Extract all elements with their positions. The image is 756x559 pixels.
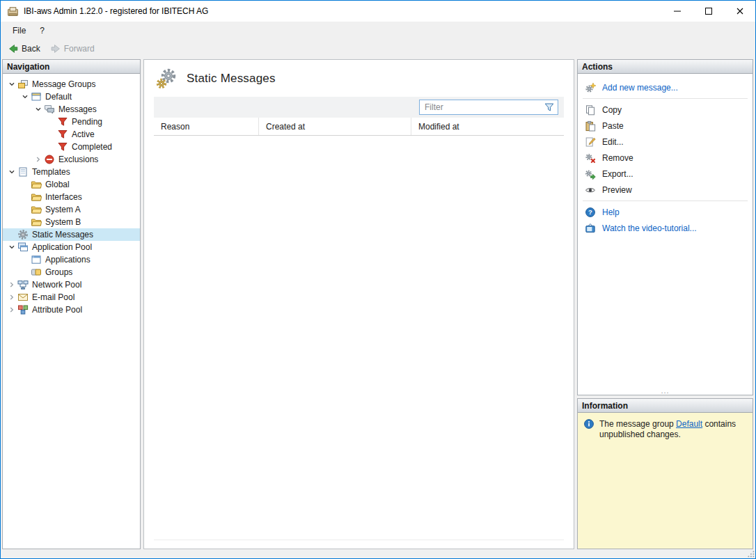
- chevron-down-icon[interactable]: [20, 92, 31, 102]
- static-messages-icon: [17, 229, 29, 240]
- status-bar: [1, 550, 755, 558]
- tree-item-exclusions[interactable]: Exclusions: [3, 153, 140, 166]
- separator: [583, 200, 748, 201]
- tree-item-default[interactable]: Default: [3, 90, 140, 103]
- resize-grip[interactable]: [746, 549, 755, 558]
- chevron-right-icon[interactable]: [33, 155, 44, 164]
- export-icon: [585, 168, 596, 180]
- action-label: Edit...: [602, 137, 624, 147]
- chevron-down-icon[interactable]: [33, 104, 44, 114]
- filter-input[interactable]: [420, 100, 544, 114]
- menu-file[interactable]: File: [6, 23, 33, 38]
- expander-spacer: [20, 255, 31, 265]
- minimize-icon: [672, 6, 683, 17]
- tree-item-message-groups[interactable]: Message Groups: [3, 78, 140, 90]
- tree-item-application-pool[interactable]: Application Pool: [3, 241, 140, 253]
- tree-item-groups[interactable]: Groups: [3, 266, 140, 278]
- actions-overflow-indicator[interactable]: ...: [578, 387, 753, 394]
- action-paste[interactable]: Paste: [578, 118, 753, 134]
- chevron-down-icon[interactable]: [7, 79, 17, 89]
- chevron-right-icon[interactable]: [7, 292, 17, 302]
- navigation-tree: Message Groups Default Messages Pending: [3, 74, 140, 549]
- network-pool-icon: [17, 279, 29, 290]
- tree-item-label: Active: [72, 129, 95, 139]
- tree-item-completed[interactable]: Completed: [3, 141, 140, 153]
- tree-item-network-pool[interactable]: Network Pool: [3, 278, 140, 291]
- menu-help[interactable]: ?: [33, 23, 52, 38]
- action-export[interactable]: Export...: [578, 166, 753, 182]
- tree-item-templates[interactable]: Templates: [3, 166, 140, 178]
- tree-item-active[interactable]: Active: [3, 128, 140, 141]
- actions-header: Actions: [578, 60, 753, 74]
- action-preview[interactable]: Preview: [578, 182, 753, 198]
- forward-label: Forward: [64, 44, 95, 54]
- title-bar: IBI-aws Admin 1.22.0 - registered for IB…: [1, 1, 755, 22]
- chevron-right-icon[interactable]: [7, 305, 17, 315]
- chevron-right-icon[interactable]: [7, 280, 17, 290]
- exclusions-icon: [44, 154, 55, 165]
- expander-spacer: [20, 192, 31, 202]
- expander-spacer: [20, 180, 31, 189]
- navigation-header: Navigation: [3, 60, 140, 74]
- toolbar: Back Forward: [1, 40, 755, 58]
- groups-icon: [31, 267, 42, 278]
- info-icon: [583, 418, 594, 430]
- table-body-empty[interactable]: [154, 136, 564, 540]
- expander-spacer: [7, 230, 17, 239]
- information-header: Information: [578, 399, 753, 413]
- tree-item-global[interactable]: Global: [3, 178, 140, 191]
- tree-item-system-b[interactable]: System B: [3, 216, 140, 228]
- remove-icon: [585, 152, 596, 164]
- action-help[interactable]: Help: [578, 204, 753, 220]
- expander-spacer: [20, 205, 31, 214]
- window-title: IBI-aws Admin 1.22.0 - registered for IB…: [24, 6, 208, 16]
- minimize-button[interactable]: [661, 1, 693, 22]
- chevron-down-icon[interactable]: [7, 242, 17, 252]
- tree-item-label: System B: [45, 217, 81, 227]
- page-header: Static Messages: [154, 60, 564, 97]
- tree-item-static-messages[interactable]: Static Messages: [3, 228, 140, 241]
- back-button[interactable]: Back: [4, 41, 47, 56]
- expander-spacer: [20, 267, 31, 277]
- column-header-reason[interactable]: Reason: [154, 118, 259, 135]
- tree-item-attribute-pool[interactable]: Attribute Pool: [3, 304, 140, 316]
- tree-item-pending[interactable]: Pending: [3, 116, 140, 128]
- action-watch-video-tutorial[interactable]: Watch the video-tutorial...: [578, 220, 753, 236]
- edit-icon: [585, 136, 596, 148]
- maximize-button[interactable]: [693, 1, 724, 22]
- info-text-before: The message group: [599, 419, 676, 429]
- actions-panel: Actions Add new message... Copy Paste: [577, 59, 753, 395]
- tree-item-label: Global: [45, 180, 70, 189]
- static-messages-gears-icon: [155, 68, 178, 90]
- tree-item-label: Network Pool: [32, 280, 81, 290]
- column-header-created-at[interactable]: Created at: [259, 118, 411, 135]
- filter-funnel-icon: [57, 141, 68, 152]
- default-group-icon: [31, 91, 42, 102]
- action-remove[interactable]: Remove: [578, 150, 753, 166]
- chevron-down-icon[interactable]: [7, 167, 17, 177]
- app-window: IBI-aws Admin 1.22.0 - registered for IB…: [0, 0, 756, 559]
- grip-dots-icon: [746, 549, 755, 558]
- action-add-new-message[interactable]: Add new message...: [578, 79, 753, 95]
- close-button[interactable]: [724, 1, 755, 22]
- video-tutorial-icon: [585, 223, 596, 234]
- column-header-modified-at[interactable]: Modified at: [411, 118, 564, 135]
- default-group-link[interactable]: Default: [676, 419, 702, 429]
- tree-item-interfaces[interactable]: Interfaces: [3, 191, 140, 203]
- tree-item-messages[interactable]: Messages: [3, 103, 140, 116]
- tree-item-system-a[interactable]: System A: [3, 203, 140, 216]
- paste-icon: [585, 120, 596, 132]
- expander-spacer: [47, 129, 57, 139]
- action-copy[interactable]: Copy: [578, 102, 753, 118]
- tree-item-applications[interactable]: Applications: [3, 253, 140, 266]
- main-panel: Static Messages Reason Created at Modifi…: [143, 59, 574, 549]
- forward-button[interactable]: Forward: [47, 41, 101, 56]
- action-edit[interactable]: Edit...: [578, 134, 753, 150]
- message-groups-icon: [17, 79, 29, 90]
- information-body: The message group Default contains unpub…: [578, 413, 753, 549]
- action-label: Copy: [602, 105, 622, 115]
- tree-item-email-pool[interactable]: E-mail Pool: [3, 291, 140, 304]
- add-message-icon: [585, 82, 596, 93]
- expander-spacer: [47, 142, 57, 152]
- forward-arrow-icon: [50, 43, 61, 54]
